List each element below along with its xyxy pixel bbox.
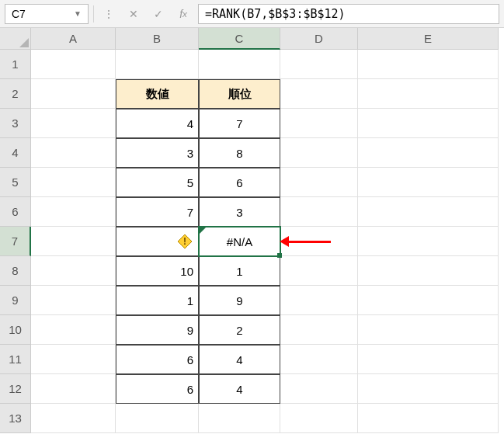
cell-A5[interactable] — [31, 168, 116, 197]
cell-D10[interactable] — [280, 315, 358, 345]
cell-C13[interactable] — [199, 404, 280, 433]
cell-C8[interactable]: 1 — [199, 256, 280, 286]
cell-B6[interactable]: 7 — [116, 197, 199, 227]
cell-C2[interactable]: 順位 — [199, 79, 280, 109]
cell-E11[interactable] — [358, 345, 499, 374]
cell-A13[interactable] — [31, 404, 116, 433]
formula-bar: C7 ▼ ⋮ ✕ ✓ fx =RANK(B7,$B$3:$B$12) — [0, 0, 504, 28]
row-header-1[interactable]: 1 — [0, 50, 31, 79]
cell-C4[interactable]: 8 — [199, 138, 280, 168]
cell-A12[interactable] — [31, 374, 116, 404]
col-header-b[interactable]: B — [116, 28, 199, 50]
cell-A4[interactable] — [31, 138, 116, 168]
cell-A3[interactable] — [31, 109, 116, 138]
row-header-8[interactable]: 8 — [0, 256, 31, 286]
cell-B5[interactable]: 5 — [116, 168, 199, 197]
cell-C5[interactable]: 6 — [199, 168, 280, 197]
row-header-9[interactable]: 9 — [0, 286, 31, 315]
cell-reference: C7 — [12, 8, 26, 20]
cell-E1[interactable] — [358, 50, 499, 79]
cell-C12[interactable]: 4 — [199, 374, 280, 404]
cell-C11[interactable]: 4 — [199, 345, 280, 374]
error-triangle-icon — [200, 227, 206, 234]
cell-D3[interactable] — [280, 109, 358, 138]
cell-B13[interactable] — [116, 404, 199, 433]
name-box[interactable]: C7 ▼ — [5, 4, 89, 24]
cell-C1[interactable] — [199, 50, 280, 79]
fill-handle[interactable] — [277, 253, 282, 258]
cell-E13[interactable] — [358, 404, 499, 433]
svg-text:!: ! — [183, 236, 186, 247]
cell-A7[interactable] — [31, 227, 116, 256]
cell-D9[interactable] — [280, 286, 358, 315]
error-indicator-icon[interactable]: ! — [177, 234, 193, 249]
cell-A10[interactable] — [31, 315, 116, 345]
cell-B10[interactable]: 9 — [116, 315, 199, 345]
cell-E2[interactable] — [358, 79, 499, 109]
col-header-d[interactable]: D — [280, 28, 358, 50]
row-header-10[interactable]: 10 — [0, 315, 31, 345]
row-header-6[interactable]: 6 — [0, 197, 31, 227]
cell-E7[interactable] — [358, 227, 499, 256]
col-header-c[interactable]: C — [199, 28, 280, 50]
col-header-a[interactable]: A — [31, 28, 116, 50]
cell-D1[interactable] — [280, 50, 358, 79]
cell-C6[interactable]: 3 — [199, 197, 280, 227]
cell-B3[interactable]: 4 — [116, 109, 199, 138]
row-headers: 12345678910111213 — [0, 50, 31, 433]
cell-A1[interactable] — [31, 50, 116, 79]
row-header-11[interactable]: 11 — [0, 345, 31, 374]
cell-B11[interactable]: 6 — [116, 345, 199, 374]
enter-icon[interactable]: ✓ — [148, 4, 169, 24]
arrow-line — [289, 241, 331, 243]
cell-C7[interactable]: #N/A — [199, 227, 280, 256]
row-header-7[interactable]: 7 — [0, 227, 31, 256]
row-header-13[interactable]: 13 — [0, 404, 31, 433]
cell-C9[interactable]: 9 — [199, 286, 280, 315]
row-header-5[interactable]: 5 — [0, 168, 31, 197]
row-header-12[interactable]: 12 — [0, 374, 31, 404]
cancel-icon[interactable]: ✕ — [123, 4, 144, 24]
cell-E5[interactable] — [358, 168, 499, 197]
col-header-e[interactable]: E — [358, 28, 499, 50]
cell-D4[interactable] — [280, 138, 358, 168]
cell-D2[interactable] — [280, 79, 358, 109]
cell-E12[interactable] — [358, 374, 499, 404]
cell-D5[interactable] — [280, 168, 358, 197]
cell-B1[interactable] — [116, 50, 199, 79]
cell-D12[interactable] — [280, 374, 358, 404]
dots-icon[interactable]: ⋮ — [99, 4, 119, 24]
cell-A2[interactable] — [31, 79, 116, 109]
cell-E3[interactable] — [358, 109, 499, 138]
row-header-3[interactable]: 3 — [0, 109, 31, 138]
cell-A6[interactable] — [31, 197, 116, 227]
cell-E4[interactable] — [358, 138, 499, 168]
cell-D8[interactable] — [280, 256, 358, 286]
cell-B9[interactable]: 1 — [116, 286, 199, 315]
fx-icon[interactable]: fx — [173, 4, 193, 24]
cell-B2[interactable]: 数値 — [116, 79, 199, 109]
row-header-2[interactable]: 2 — [0, 79, 31, 109]
cell-D13[interactable] — [280, 404, 358, 433]
cell-E6[interactable] — [358, 197, 499, 227]
cell-C10[interactable]: 2 — [199, 315, 280, 345]
cell-B8[interactable]: 10 — [116, 256, 199, 286]
cell-E9[interactable] — [358, 286, 499, 315]
column-headers: ABCDE — [31, 28, 499, 50]
row-header-4[interactable]: 4 — [0, 138, 31, 168]
cell-E8[interactable] — [358, 256, 499, 286]
cell-E10[interactable] — [358, 315, 499, 345]
cell-A8[interactable] — [31, 256, 116, 286]
select-all-corner[interactable] — [0, 28, 31, 50]
cell-D6[interactable] — [280, 197, 358, 227]
cell-A11[interactable] — [31, 345, 116, 374]
callout-arrow — [280, 236, 331, 247]
cell-B12[interactable]: 6 — [116, 374, 199, 404]
formula-input[interactable]: =RANK(B7,$B$3:$B$12) — [198, 4, 499, 24]
cell-A9[interactable] — [31, 286, 116, 315]
chevron-down-icon: ▼ — [74, 9, 82, 18]
cell-C3[interactable]: 7 — [199, 109, 280, 138]
cell-D11[interactable] — [280, 345, 358, 374]
arrow-head-icon — [280, 236, 289, 247]
cell-B4[interactable]: 3 — [116, 138, 199, 168]
